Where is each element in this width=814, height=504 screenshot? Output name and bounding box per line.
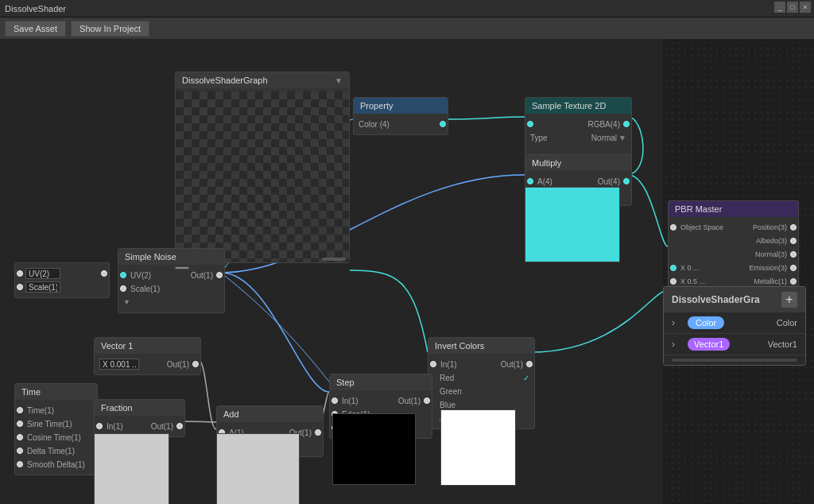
shader-graph-canvas[interactable]: DissolveShaderGraph ▼ Property Color (4)…: [0, 40, 814, 504]
sn-scale-input[interactable]: [25, 281, 60, 293]
property-color-out-port[interactable]: [440, 121, 446, 127]
node-vector1-title: Vector 1: [101, 341, 133, 351]
node-simple-noise-title: Simple Noise: [125, 252, 176, 262]
time-time-port[interactable]: [17, 407, 23, 413]
multiply-a-in-port[interactable]: [527, 178, 533, 184]
pbr-emission-row: X 0 ... Emission(3): [673, 262, 793, 274]
dissolve-panel-add-button[interactable]: +: [781, 292, 797, 308]
pbr-position-port[interactable]: [790, 224, 797, 231]
node-simple-noise-input[interactable]: [14, 262, 110, 298]
multiply-a-row: A(4) Out(4): [530, 175, 626, 188]
sn-expand-arrow[interactable]: ▼: [123, 298, 130, 306]
node-multiply-title: Multiply: [532, 158, 561, 168]
step-in-port[interactable]: [331, 397, 338, 404]
frac-in-port[interactable]: [96, 423, 103, 429]
show-in-project-button[interactable]: Show In Project: [71, 21, 149, 37]
time-cosine-port[interactable]: [17, 434, 23, 440]
st-type-value: Normal: [591, 134, 617, 142]
time-time-label: Time(1): [27, 406, 54, 415]
dissolve-color-row: › Color Color: [664, 312, 805, 334]
pbr-emission-port[interactable]: [790, 265, 797, 271]
dropdown-icon[interactable]: ▼: [335, 76, 343, 85]
property-color-out-row: Color (4): [359, 118, 443, 130]
node-vector1-body: Out(1): [95, 354, 200, 374]
pbr-x05-label: X 0.5 ...: [680, 277, 705, 285]
color-property-label: Color: [777, 318, 797, 328]
st-dropdown-icon[interactable]: ▼: [618, 134, 626, 142]
time-time-row: Time(1): [20, 404, 92, 417]
noise-preview-bar: [175, 266, 189, 269]
multiply-out-label: Out(4): [598, 177, 620, 186]
time-smooth-port[interactable]: [17, 461, 23, 467]
sn-uv-row: UV(2) Out(1): [123, 269, 219, 281]
frac-in-label: In(1): [107, 422, 123, 431]
minimize-button[interactable]: _: [774, 2, 785, 13]
sn-uv-out-port[interactable]: [101, 270, 107, 277]
sn-uv-in-port[interactable]: [120, 272, 126, 278]
time-sine-port[interactable]: [17, 421, 23, 427]
pbr-objectspace-port[interactable]: [670, 224, 676, 231]
time-delta-port[interactable]: [17, 448, 23, 454]
node-pbr-master-title: PBR Master: [675, 204, 722, 214]
pbr-normal-label: Normal(3): [755, 250, 787, 258]
node-time[interactable]: Time Time(1) Sine Time(1) Cosine Time(1)…: [14, 383, 98, 475]
time-delta-label: Delta Time(1): [27, 447, 75, 456]
time-smooth-label: Smooth Delta(1): [27, 460, 85, 469]
save-asset-button[interactable]: Save Asset: [5, 21, 66, 37]
close-button[interactable]: ×: [800, 2, 811, 13]
pbr-emission-in-port[interactable]: [670, 265, 676, 271]
sn-uv-input[interactable]: [25, 268, 60, 279]
multiply-a-label: A(4): [537, 177, 552, 186]
sn-uv-label: UV(2): [130, 271, 151, 280]
v1-value-input[interactable]: [99, 359, 139, 370]
vector1-expand-icon[interactable]: ›: [672, 339, 683, 350]
v1-out-port[interactable]: [192, 361, 199, 367]
ic-out-port[interactable]: [526, 361, 533, 367]
pbr-metallic-in-port[interactable]: [670, 278, 676, 285]
ic-in-port[interactable]: [430, 361, 436, 367]
node-pbr-master-header: PBR Master: [669, 201, 798, 217]
node-property-body: Color (4): [354, 114, 448, 134]
node-property-header: Property: [354, 98, 448, 114]
node-multiply-header: Multiply: [525, 155, 631, 171]
add-out-port[interactable]: [315, 429, 321, 436]
sn-input-port[interactable]: [17, 270, 23, 277]
node-fraction[interactable]: Fraction In(1) Out(1): [94, 399, 185, 437]
sn-scale-in-port[interactable]: [120, 285, 126, 292]
sn-scale-in-port2[interactable]: [17, 284, 23, 290]
vector1-property-label: Vector1: [768, 339, 797, 349]
pbr-metallic-port[interactable]: [790, 278, 797, 285]
time-cosine-label: Cosine Time(1): [27, 433, 81, 442]
pbr-emission-label: Emission(3): [749, 264, 787, 272]
node-fraction-title: Fraction: [101, 403, 133, 413]
color-property-tag[interactable]: Color: [688, 316, 724, 329]
vector1-property-tag[interactable]: Vector1: [688, 338, 730, 351]
node-vector1[interactable]: Vector 1 Out(1): [94, 337, 201, 375]
st-type-row: Type Normal ▼: [530, 131, 626, 144]
multiply-out-port[interactable]: [623, 178, 630, 184]
node-dissolve-graph[interactable]: DissolveShaderGraph ▼: [175, 72, 350, 263]
st-rgba-out-port[interactable]: [623, 121, 630, 127]
dissolve-vector1-row: › Vector1 Vector1: [664, 334, 805, 355]
pbr-albedo-port[interactable]: [790, 238, 797, 244]
sn-scale-row: Scale(1): [123, 282, 219, 295]
node-sample-texture-header: Sample Texture 2D: [525, 98, 631, 114]
node-invert-colors-header: Invert Colors: [428, 338, 534, 354]
window-controls[interactable]: _ □ ×: [774, 2, 811, 13]
node-simple-noise[interactable]: Simple Noise UV(2) Out(1) Scale(1) ▼: [118, 248, 225, 313]
sn-out-port[interactable]: [216, 272, 223, 278]
st-in-port[interactable]: [527, 121, 533, 127]
dissolve-graph-preview: [176, 91, 349, 262]
step-out-port[interactable]: [424, 397, 430, 404]
frac-out-port[interactable]: [176, 423, 183, 429]
pbr-normal-port[interactable]: [790, 251, 797, 258]
node-property[interactable]: Property Color (4): [353, 97, 448, 135]
ic-red-check: ✓: [523, 374, 529, 382]
node-dissolve-graph-title: DissolveShaderGraph: [182, 76, 268, 85]
color-expand-icon[interactable]: ›: [672, 317, 683, 328]
property-color-label: Color (4): [359, 120, 390, 129]
ic-green-row: Green: [433, 385, 529, 397]
maximize-button[interactable]: □: [787, 2, 798, 13]
step-out-label: Out(1): [398, 397, 421, 405]
time-delta-row: Delta Time(1): [20, 444, 92, 457]
